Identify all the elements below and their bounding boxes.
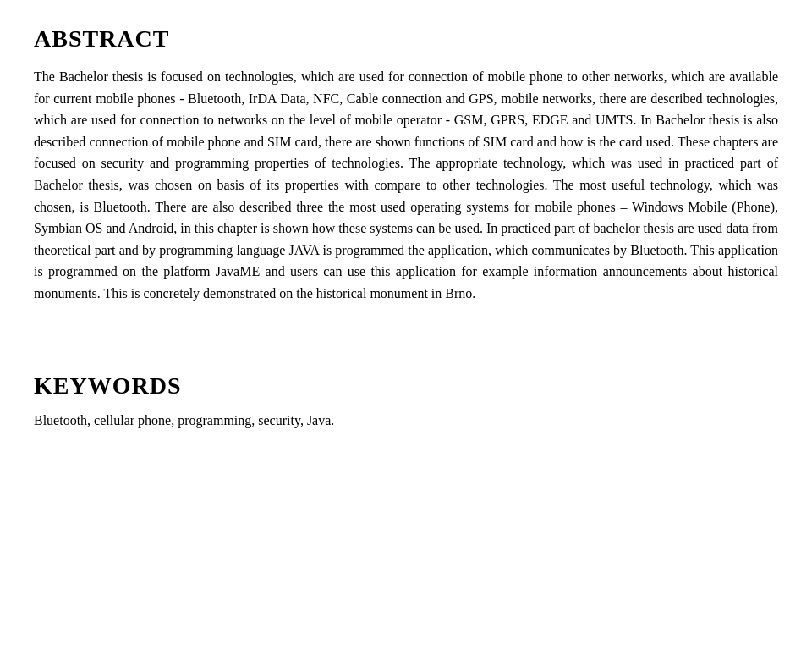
abstract-body: The Bachelor thesis is focused on techno… bbox=[34, 66, 778, 305]
abstract-title: ABSTRACT bbox=[34, 25, 778, 52]
keywords-title: KEYWORDS bbox=[34, 372, 778, 400]
keywords-section: KEYWORDS Bluetooth, cellular phone, prog… bbox=[34, 372, 778, 432]
abstract-section: ABSTRACT The Bachelor thesis is focused … bbox=[34, 25, 778, 305]
keywords-body: Bluetooth, cellular phone, programming, … bbox=[34, 410, 778, 432]
